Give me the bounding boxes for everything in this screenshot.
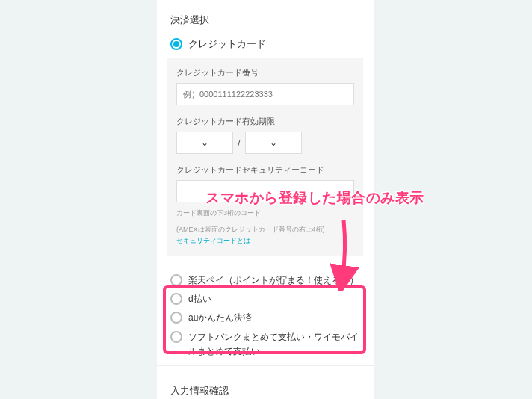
cvv-help-text-2: (AMEXは表面のクレジットカード番号の右上4桁) (176, 225, 354, 235)
chevron-down-icon: ⌄ (270, 137, 277, 148)
chevron-down-icon: ⌄ (201, 137, 208, 148)
payment-option-d[interactable]: d払い (157, 290, 374, 309)
cvv-help-link[interactable]: セキュリティコードとは (176, 236, 354, 246)
card-number-input[interactable] (176, 83, 354, 105)
cvv-label: クレジットカードセキュリティーコード (176, 164, 354, 176)
credit-card-fields: クレジットカード番号 クレジットカード有効期限 ⌄ / ⌄ クレジットカードセキ… (167, 58, 363, 256)
section-title: 決済選択 (157, 0, 374, 34)
payment-option-softbank[interactable]: ソフトバンクまとめて支払い・ワイモバイルまとめて支払い (157, 328, 374, 361)
expiry-separator: / (238, 137, 241, 149)
cvv-help-text-1: カード裏面の下3桁のコード (176, 208, 354, 219)
au-label: auかんたん決済 (188, 311, 252, 325)
radio-icon (170, 312, 182, 324)
softbank-label: ソフトバンクまとめて支払い・ワイモバイルまとめて支払い (188, 330, 360, 359)
rakuten-label: 楽天ペイ（ポイントが貯まる！使える！） (188, 273, 359, 288)
payment-option-credit-card[interactable]: クレジットカード (157, 34, 374, 58)
radio-icon (170, 331, 182, 343)
expiry-month-select[interactable]: ⌄ (176, 132, 233, 154)
payment-option-au[interactable]: auかんたん決済 (157, 309, 374, 327)
confirm-section-title: 入力情報確認 (157, 365, 374, 399)
annotation-text: スマホから登録した場合のみ表示 (205, 188, 424, 208)
credit-card-label: クレジットカード (188, 37, 266, 51)
radio-icon (170, 293, 182, 305)
payment-option-rakuten[interactable]: 楽天ペイ（ポイントが貯まる！使える！） (157, 271, 374, 290)
card-expiry-label: クレジットカード有効期限 (176, 116, 354, 127)
d-label: d払い (188, 292, 211, 306)
card-number-label: クレジットカード番号 (176, 67, 354, 78)
radio-icon (170, 274, 182, 286)
radio-selected-icon (170, 38, 182, 50)
expiry-year-select[interactable]: ⌄ (245, 132, 302, 154)
